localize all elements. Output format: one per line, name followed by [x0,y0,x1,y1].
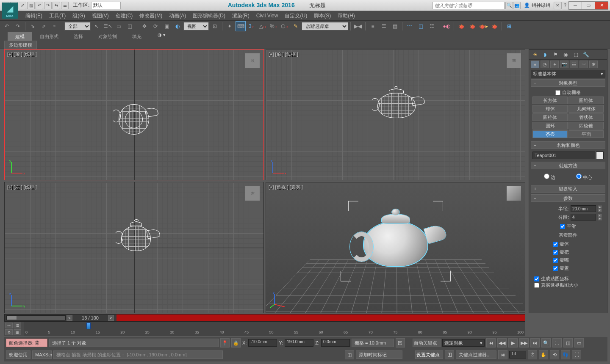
next-key-icon[interactable]: ▶▶ [519,338,529,347]
menu-modifiers[interactable]: 修改器(M) [136,11,166,20]
align-icon[interactable]: ≡ [368,21,378,31]
dope-sheet-icon[interactable]: ◫ [416,21,426,31]
maxscript-panel[interactable]: MAXScr [32,350,52,359]
realworld-check[interactable]: 真实世界贴图大小 [532,282,604,288]
schematic-icon[interactable]: ☷ [427,21,437,31]
curve-editor-mini-icon[interactable]: 〰 [5,323,13,328]
btn-torus[interactable]: 圆环 [532,122,568,130]
btn-pyramid[interactable]: 四棱锥 [568,122,604,130]
help-icon[interactable]: ? [561,2,569,9]
pivot-icon[interactable]: ⊡ [210,21,220,31]
redo-icon[interactable]: ↷ [13,21,23,31]
snap-toggle-icon[interactable]: 3∩ [247,21,257,31]
move-icon[interactable]: ✥ [139,21,150,31]
z-coord[interactable]: 0.0mm [321,339,350,347]
time-marker[interactable] [86,323,91,329]
tab-modeling[interactable]: 建模 [8,32,32,41]
mirror-icon[interactable]: ▶◀ [353,21,363,31]
part-handle[interactable]: 壶把 [536,248,600,256]
tab-populate[interactable]: 填充 [125,32,149,41]
part-body[interactable]: 壶体 [536,240,600,248]
part-lid[interactable]: 壶盖 [536,264,600,272]
product-logo[interactable]: MAX [2,3,18,19]
orbit-icon[interactable]: ⟲ [550,350,559,359]
utilities-tab-icon[interactable]: 🔧 [582,50,590,59]
hierarchy-tab-icon[interactable]: ⚑ [551,50,560,59]
keyfilter-button[interactable]: 关键点过滤器... [456,350,496,359]
search-input[interactable] [433,2,505,9]
modify-tab-icon[interactable]: ◗ [541,50,549,59]
display-tab-icon[interactable]: ▢ [571,50,580,59]
project-icon[interactable]: ☰ [61,2,69,9]
welcome-panel[interactable]: 欢迎使用 [6,350,30,359]
tab-selection[interactable]: 选择 [66,32,91,41]
select-name-icon[interactable]: ☰↖ [103,21,113,31]
create-tab-icon[interactable]: ☀ [531,50,539,59]
menu-edit[interactable]: 编辑(E) [22,11,46,20]
tab-objpaint[interactable]: 对象绘制 [91,32,125,41]
pan-icon[interactable]: ✋ [539,350,548,359]
rollout-method[interactable]: −创建方法 [531,162,605,169]
viewport-label[interactable]: [+] [左 ] [线框 ] [7,184,37,190]
time-config-icon[interactable]: ⏱ [528,350,537,359]
play-icon[interactable]: ▶ [508,338,518,347]
minimize-button[interactable]: ─ [568,1,582,10]
menu-grapheditors[interactable]: 图形编辑器(D) [189,11,229,20]
cameras-icon[interactable]: 📷 [560,61,568,68]
scale-icon[interactable]: ▣ [161,21,172,31]
goto-end-icon[interactable]: ⏭ [530,338,540,347]
max-viewport-icon[interactable]: ⛶ [572,350,581,359]
smooth-check[interactable]: 平滑 [532,223,604,229]
keyboard-shortcut-icon[interactable]: ⌨ [236,21,246,31]
btn-box[interactable]: 长方体 [532,97,568,104]
walk-icon[interactable]: 👣 [561,350,570,359]
selection-filter[interactable]: 全部 [64,22,91,30]
autogrid-check[interactable]: 自动栅格 [532,89,604,96]
tab-freeform[interactable]: 自由形式 [32,32,66,41]
signin-icon[interactable]: 👥 [513,2,521,9]
track-config-icon[interactable]: ⚙ [5,329,13,335]
menu-views[interactable]: 视图(V) [89,11,112,20]
layer-explorer-icon[interactable]: ▤ [390,21,400,31]
unlink-icon[interactable]: ⇗ [39,21,49,31]
viewcube-persp[interactable] [506,186,521,201]
undo-icon[interactable]: ↶ [36,2,43,9]
viewport-top[interactable]: [+] [顶 ] [线框 ] 顶 yx [4,49,264,180]
ribbon-panel-polymodel[interactable]: 多边形建模 [4,41,37,49]
sel-lock-icon[interactable]: 🔒 [231,338,241,347]
time-ruler[interactable]: 0510152025303540455055606570758085909510… [24,322,525,336]
rect-region-icon[interactable]: ▭ [114,21,124,31]
material-editor-icon[interactable]: ●◐ [441,21,452,31]
maximize-button[interactable]: ▭ [582,1,595,10]
radio-center[interactable]: 中心 [576,174,592,181]
addtag-label[interactable]: 添加时间标记 [356,350,402,359]
redo-icon[interactable]: ↷ [44,2,52,9]
workspace-select[interactable]: 默认 [91,2,121,9]
geometry-icon[interactable]: ● [531,61,539,68]
exchange-icon[interactable]: ✕ [554,2,561,9]
viewport-left[interactable]: [+] [左 ] [线框 ] 左 zy [4,182,264,313]
render-frame-icon[interactable]: 🫖 [467,21,477,31]
prev-key-icon[interactable]: ◀◀ [497,338,507,347]
rollout-objtype[interactable]: −对象类型 [531,79,605,87]
menu-group[interactable]: 组(G) [69,11,88,20]
rollout-keyboard[interactable]: +键盘输入 [531,185,605,193]
btn-sphere[interactable]: 球体 [532,105,568,113]
window-cross-icon[interactable]: ◫ [125,21,135,31]
angle-snap-icon[interactable]: △∩ [258,21,268,31]
track-mini-icon[interactable]: ▦ [14,329,21,335]
spinner-snap-icon[interactable]: ⬡∩ [280,21,290,31]
autodesk360-icon[interactable]: ⊞ [504,21,514,31]
viewport-front[interactable]: [+] [前 ] [线框 ] 前 zx [266,49,525,180]
goto-start-icon[interactable]: ⏮ [486,338,496,347]
menu-create[interactable]: 创建(C) [112,11,136,20]
setkey-button[interactable]: 设置关键点 [415,350,443,359]
btn-tube[interactable]: 管状体 [568,113,604,121]
zoom-icon[interactable]: 🔍 [541,338,551,347]
mapcoords-check[interactable]: 生成贴图坐标 [532,276,604,282]
segs-arrows[interactable]: ▲▼ [598,214,602,221]
layers-icon[interactable]: ☰ [379,21,389,31]
user-name[interactable]: 👤 钢神绿钢 [524,2,550,8]
select-icon[interactable]: ↖ [92,21,102,31]
viewport-label[interactable]: [+] [透视 ] [真实 ] [269,184,303,190]
